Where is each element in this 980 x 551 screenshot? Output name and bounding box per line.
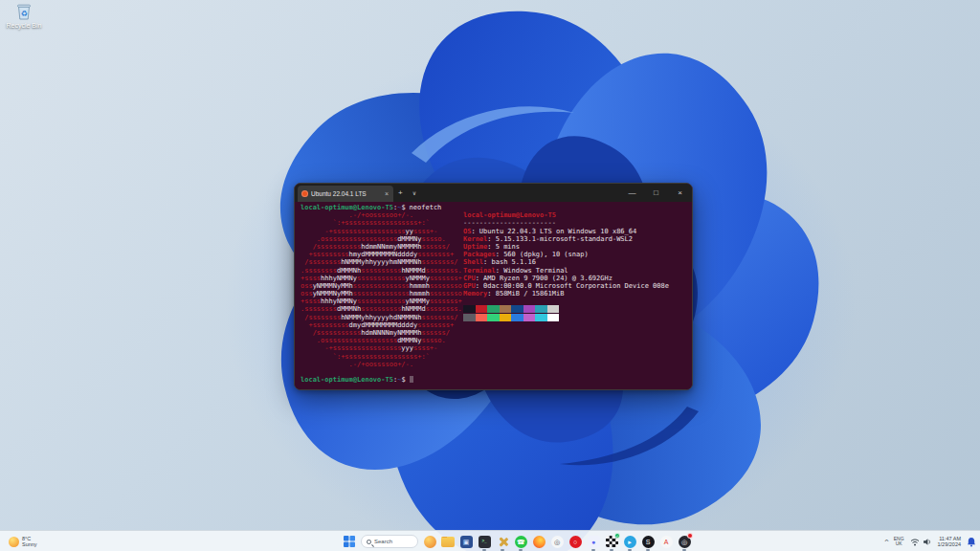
clock[interactable]: 11:47 AM1/29/2024 <box>938 536 961 547</box>
tab-close-icon[interactable]: × <box>384 190 390 197</box>
neofetch-info-line: Packages: 560 (dpkg), 10 (snap) <box>463 251 669 258</box>
taskbar-app-people-icon <box>424 536 436 548</box>
taskbar-app-terminal[interactable]: >_ <box>477 532 492 551</box>
titlebar-drag-area[interactable] <box>421 184 620 202</box>
taskbar-app-telegram-glyph: ▸ <box>628 539 632 545</box>
palette-swatch <box>547 305 560 313</box>
taskbar-app-discord-glyph: ● <box>591 539 595 545</box>
palette-swatch <box>547 314 560 321</box>
language-indicator[interactable]: ENGUK <box>894 537 904 547</box>
taskbar-app-opera-icon: ○ <box>569 536 582 548</box>
terminal-content[interactable]: local-optimum@Lenovo-T5:~$neofetch .-/+o… <box>295 202 692 389</box>
tray-date: 1/29/2024 <box>938 541 961 547</box>
taskbar-app-storage-glyph: ▣ <box>463 539 470 545</box>
taskbar-app-tools[interactable] <box>495 532 510 551</box>
wifi-icon[interactable] <box>910 538 920 546</box>
desktop: ♻ Recycle Bin Ubuntu 22.04.1 LTS × + ∨ —… <box>0 0 980 551</box>
taskbar-app-whatsapp-icon: ☎ <box>515 536 527 548</box>
neofetch-info-line: Terminal: Windows Terminal <box>463 267 669 275</box>
taskbar-app-firefox[interactable] <box>531 532 546 551</box>
neofetch-info-line: OS: Ubuntu 22.04.3 LTS on Windows 10 x86… <box>463 228 669 235</box>
palette-swatch <box>487 305 500 313</box>
neofetch-info-line: Memory: 858MiB / 15861MiB <box>463 290 669 298</box>
taskbar-app-icons: ▣>_☎◎○●✓▸SA◎ <box>422 532 692 551</box>
taskbar-app-tools-icon <box>497 536 509 548</box>
chevron-up-icon[interactable]: ^ <box>884 539 888 544</box>
sun-icon <box>9 537 19 547</box>
taskbar-app-terminal-glyph: >_ <box>481 540 486 544</box>
taskbar-app-swirl[interactable]: S <box>640 532 656 551</box>
taskbar-app-file-explorer[interactable] <box>440 532 456 551</box>
taskbar-app-firefox-icon <box>533 536 546 548</box>
windows-logo-icon <box>344 536 355 547</box>
taskbar-app-discord-icon: ● <box>588 536 600 548</box>
taskbar-app-whatsapp[interactable]: ☎ <box>513 532 528 551</box>
start-button[interactable] <box>342 532 357 551</box>
terminal-window: Ubuntu 22.04.1 LTS × + ∨ — □ × local-opt… <box>294 183 693 390</box>
terminal-titlebar[interactable]: Ubuntu 22.04.1 LTS × + ∨ — □ × <box>295 184 692 202</box>
volume-icon[interactable] <box>923 538 932 546</box>
taskbar-app-race-flag[interactable]: ✓ <box>604 532 619 551</box>
search-icon <box>367 540 371 544</box>
svg-text:♻: ♻ <box>20 10 27 18</box>
neofetch-info-line: Shell: bash 5.1.16 <box>463 258 669 266</box>
ascii-art-line: -+sssssssssssssssssyyyssss+- <box>301 344 692 352</box>
taskbar-app-whatsapp-glyph: ☎ <box>517 539 525 545</box>
taskbar-app-terminal-icon: >_ <box>479 536 491 548</box>
palette-swatch <box>476 314 488 321</box>
tab-dropdown-button[interactable]: ∨ <box>408 184 421 202</box>
palette-swatch <box>500 305 512 313</box>
notification-bell-icon[interactable] <box>967 537 976 547</box>
palette-swatch <box>535 305 547 313</box>
maximize-button[interactable]: □ <box>644 184 668 202</box>
taskbar-app-storage[interactable]: ▣ <box>458 532 474 551</box>
taskbar-app-scope-glyph: ◎ <box>681 539 687 545</box>
taskbar-app-target-light[interactable]: ◎ <box>549 532 565 551</box>
taskbar-app-telegram-icon: ▸ <box>624 536 636 548</box>
palette-swatch <box>523 305 536 313</box>
taskbar-app-people[interactable] <box>422 532 437 551</box>
taskbar-app-swirl-glyph: S <box>646 539 651 545</box>
neofetch-info-line: Kernel: 5.15.133.1-microsoft-standard-WS… <box>463 235 669 243</box>
system-tray: ^ ENGUK 11:47 AM1/29/2024 <box>885 531 976 551</box>
palette-swatch <box>500 314 512 321</box>
recycle-bin-shortcut[interactable]: ♻ Recycle Bin <box>2 2 46 29</box>
ascii-art-line: `:+ssssssssssssssssss+:` <box>301 353 692 361</box>
taskbar-app-discord[interactable]: ● <box>586 532 601 551</box>
color-palette-row <box>463 305 669 313</box>
neofetch-info: local-optimum@Lenovo-T5-----------------… <box>463 211 669 321</box>
taskbar-app-telegram[interactable]: ▸ <box>622 532 637 551</box>
ascii-art-line: .-/+oossssoo+/-. <box>301 361 692 368</box>
taskbar-app-target-light-glyph: ◎ <box>554 539 560 545</box>
palette-swatch <box>463 314 476 321</box>
terminal-tab[interactable]: Ubuntu 22.04.1 LTS × <box>298 186 393 202</box>
taskbar-app-red-a-glyph: A <box>664 539 669 545</box>
terminal-command-line: local-optimum@Lenovo-T5:~$neofetch <box>301 204 692 211</box>
ascii-art-line: /ssssssssssshdmNNNNmyNMMMMhssssss/ <box>301 329 692 337</box>
ascii-art-line: .ossssssssssssssssssdMMMNysssso. <box>301 337 692 344</box>
taskbar-app-scope-badge <box>687 533 693 539</box>
taskbar-app-target-light-icon: ◎ <box>551 536 564 548</box>
neofetch-info-line: Uptime: 5 mins <box>463 243 669 251</box>
taskbar-app-red-a-icon: A <box>660 536 673 548</box>
minimize-button[interactable]: — <box>620 184 644 202</box>
taskbar: 8°CSunny Search ▣>_☎◎○●✓▸SA◎ ^ ENGUK <box>0 530 980 551</box>
palette-swatch <box>523 314 536 321</box>
taskbar-center: Search ▣>_☎◎○●✓▸SA◎ <box>342 531 692 551</box>
palette-swatch <box>511 305 523 313</box>
palette-swatch <box>476 305 488 313</box>
taskbar-app-opera[interactable]: ○ <box>568 532 583 551</box>
taskbar-app-red-a[interactable]: A <box>658 532 674 551</box>
neofetch-info-line: local-optimum@Lenovo-T5 <box>463 211 669 219</box>
recycle-bin-icon: ♻ <box>13 2 34 21</box>
taskbar-app-scope[interactable]: ◎ <box>677 532 692 551</box>
palette-swatch <box>511 314 523 321</box>
search-box[interactable]: Search <box>361 535 418 548</box>
weather-widget[interactable]: 8°CSunny <box>4 531 42 551</box>
weather-condition: Sunny <box>22 541 37 547</box>
close-button[interactable]: × <box>668 184 692 202</box>
ubuntu-logo-icon <box>301 190 308 197</box>
palette-swatch <box>487 314 500 321</box>
taskbar-app-file-explorer-icon <box>441 537 455 547</box>
new-tab-button[interactable]: + <box>393 184 408 202</box>
